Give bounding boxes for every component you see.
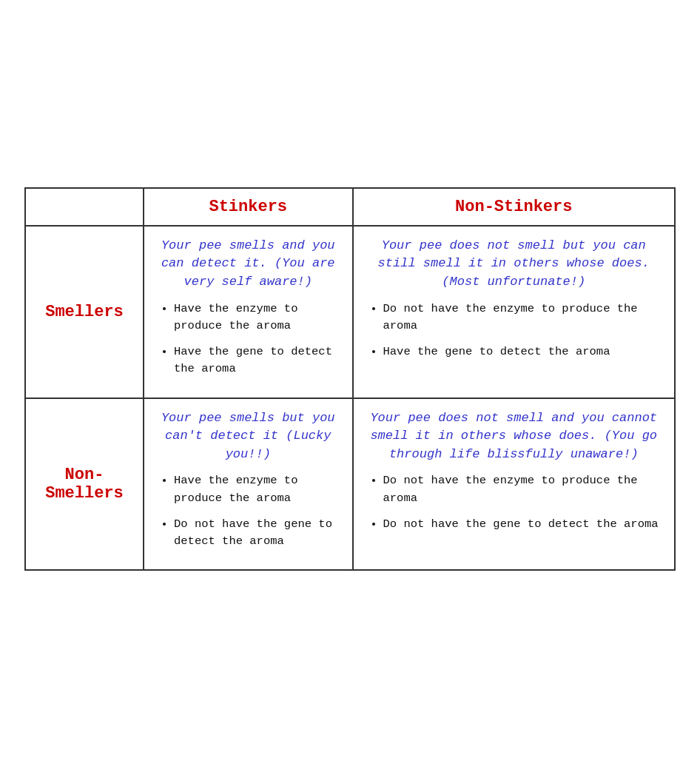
comparison-table: Stinkers Non-Stinkers SmellersYour pee s…	[24, 187, 676, 571]
cell-row0-col2: Your pee does not smell but you can stil…	[353, 226, 676, 398]
italic-text-row0-col2: Your pee does not smell but you can stil…	[367, 237, 662, 292]
bullet-item-row1-col1-0: Have the enzyme to produce the aroma	[174, 472, 339, 507]
italic-text-row1-col1: Your pee smells but you can't detect it …	[158, 409, 339, 464]
cell-row0-col1: Your pee smells and you can detect it. (…	[144, 226, 353, 398]
bullet-item-row1-col2-0: Do not have the enzyme to produce the ar…	[383, 472, 662, 507]
table-row: SmellersYour pee smells and you can dete…	[25, 226, 675, 398]
cell-row1-col1: Your pee smells but you can't detect it …	[144, 398, 353, 571]
italic-text-row1-col2: Your pee does not smell and you cannot s…	[367, 409, 662, 464]
bullet-list-row1-col2: Do not have the enzyme to produce the ar…	[367, 472, 662, 533]
bullet-list-row0-col1: Have the enzyme to produce the aromaHave…	[158, 301, 339, 378]
non-stinkers-header: Non-Stinkers	[353, 188, 676, 226]
cell-row1-col2: Your pee does not smell and you cannot s…	[353, 398, 676, 571]
bullet-list-row1-col1: Have the enzyme to produce the aromaDo n…	[158, 472, 339, 550]
bullet-item-row0-col2-0: Do not have the enzyme to produce the ar…	[383, 301, 662, 335]
main-table-container: Stinkers Non-Stinkers SmellersYour pee s…	[24, 187, 676, 571]
bullet-item-row1-col2-1: Do not have the gene to detect the aroma	[383, 516, 662, 533]
empty-header-cell	[25, 188, 144, 226]
bullet-item-row0-col2-1: Have the gene to detect the aroma	[383, 343, 662, 360]
row-header-0: Smellers	[25, 226, 144, 398]
italic-text-row0-col1: Your pee smells and you can detect it. (…	[158, 237, 339, 292]
bullet-item-row1-col1-1: Do not have the gene to detect the aroma	[174, 516, 339, 551]
bullet-list-row0-col2: Do not have the enzyme to produce the ar…	[367, 301, 662, 361]
row-header-1: Non-Smellers	[25, 398, 144, 571]
stinkers-header: Stinkers	[144, 188, 353, 226]
bullet-item-row0-col1-0: Have the enzyme to produce the aroma	[174, 301, 339, 335]
bullet-item-row0-col1-1: Have the gene to detect the aroma	[174, 343, 339, 378]
table-row: Non-SmellersYour pee smells but you can'…	[25, 398, 675, 571]
